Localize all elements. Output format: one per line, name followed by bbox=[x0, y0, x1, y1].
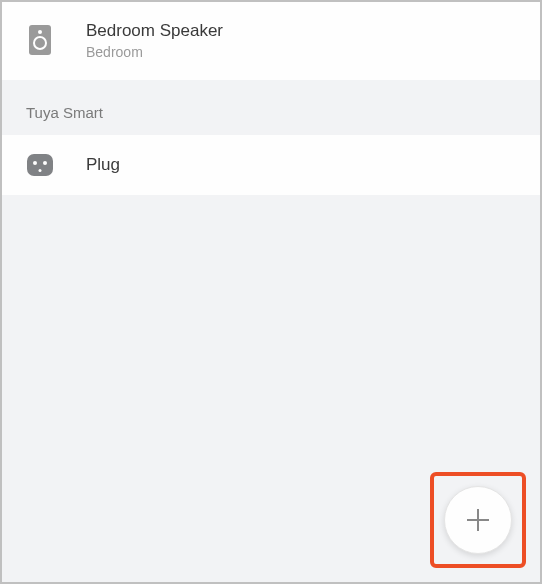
plus-icon bbox=[467, 509, 489, 531]
plug-icon bbox=[26, 151, 54, 179]
speaker-icon bbox=[26, 26, 54, 54]
device-title: Plug bbox=[86, 154, 120, 176]
device-title: Bedroom Speaker bbox=[86, 20, 223, 42]
add-button-highlight bbox=[430, 472, 526, 568]
device-text-block: Plug bbox=[86, 154, 120, 176]
device-row-speaker[interactable]: Bedroom Speaker Bedroom bbox=[2, 2, 540, 80]
device-subtitle: Bedroom bbox=[86, 44, 223, 60]
section-header: Tuya Smart bbox=[2, 80, 540, 135]
device-row-plug[interactable]: Plug bbox=[2, 135, 540, 195]
add-device-button[interactable] bbox=[444, 486, 512, 554]
device-text-block: Bedroom Speaker Bedroom bbox=[86, 20, 223, 60]
device-list-screen: Bedroom Speaker Bedroom Tuya Smart Plug bbox=[0, 0, 542, 584]
